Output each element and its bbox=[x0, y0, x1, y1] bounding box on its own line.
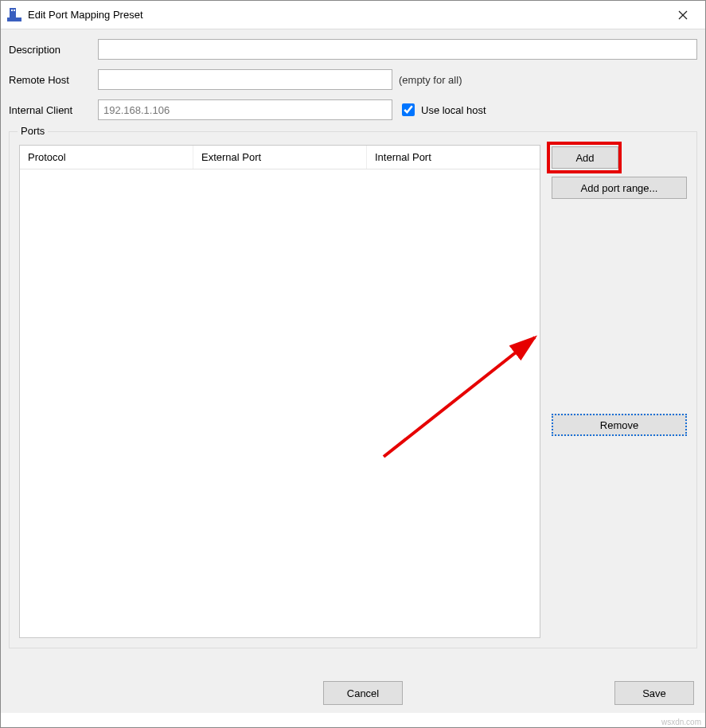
column-internal-port[interactable]: Internal Port bbox=[367, 146, 540, 169]
window-title: Edit Port Mapping Preset bbox=[28, 9, 143, 21]
description-label: Description bbox=[9, 44, 92, 56]
add-port-range-button[interactable]: Add port range... bbox=[552, 177, 687, 199]
use-local-host-checkbox[interactable]: Use local host bbox=[399, 101, 486, 119]
internal-client-input bbox=[98, 99, 392, 120]
titlebar: Edit Port Mapping Preset bbox=[1, 1, 705, 29]
cancel-button[interactable]: Cancel bbox=[323, 681, 403, 705]
column-external-port[interactable]: External Port bbox=[193, 146, 367, 169]
internal-client-label: Internal Client bbox=[9, 104, 92, 116]
svg-rect-3 bbox=[14, 10, 15, 11]
use-local-host-checkbox-input[interactable] bbox=[402, 103, 415, 116]
remote-host-hint: (empty for all) bbox=[399, 74, 462, 86]
svg-rect-0 bbox=[10, 8, 16, 18]
remote-host-input[interactable] bbox=[98, 69, 392, 90]
remove-button[interactable]: Remove bbox=[552, 414, 687, 436]
add-button[interactable]: Add bbox=[552, 146, 618, 169]
column-protocol[interactable]: Protocol bbox=[20, 146, 193, 169]
close-icon bbox=[678, 10, 688, 20]
ports-legend: Ports bbox=[18, 125, 48, 137]
ports-table-header: Protocol External Port Internal Port bbox=[20, 146, 540, 169]
svg-rect-1 bbox=[7, 18, 21, 21]
ports-table[interactable]: Protocol External Port Internal Port bbox=[19, 145, 540, 638]
use-local-host-label: Use local host bbox=[421, 104, 486, 116]
watermark: wsxdn.com bbox=[659, 717, 704, 727]
ports-group: Ports Protocol External Port Internal Po… bbox=[9, 131, 697, 648]
remote-host-label: Remote Host bbox=[9, 74, 92, 86]
description-input[interactable] bbox=[98, 39, 697, 60]
close-button[interactable] bbox=[667, 2, 699, 28]
save-button[interactable]: Save bbox=[614, 681, 694, 705]
app-icon bbox=[7, 8, 21, 22]
svg-rect-2 bbox=[11, 10, 13, 11]
